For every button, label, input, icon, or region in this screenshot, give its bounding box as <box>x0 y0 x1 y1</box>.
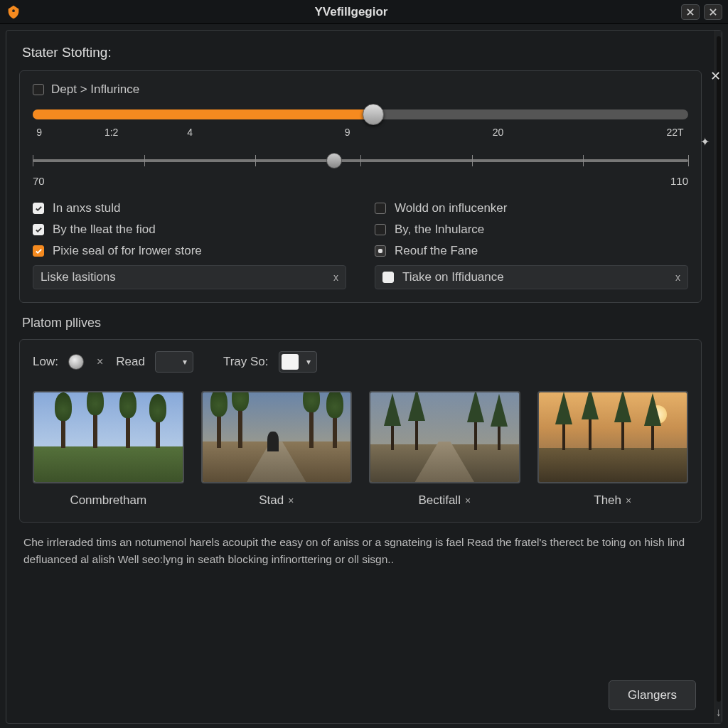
low-label: Low: <box>33 355 58 369</box>
preset-thumb-2[interactable] <box>201 391 353 483</box>
clear-icon[interactable]: x <box>675 272 680 283</box>
check-by-lleat[interactable] <box>33 224 44 235</box>
svg-point-0 <box>12 9 15 12</box>
check-inhularce[interactable] <box>375 224 386 235</box>
platom-panel: Low: × Read ▾ Tray So: ▾ <box>19 339 702 523</box>
scrollbar[interactable]: ↓ <box>714 31 722 723</box>
preset-thumb-4[interactable] <box>537 391 689 483</box>
liske-field[interactable]: Liske lasitions x <box>33 265 346 289</box>
tray-color-combo[interactable]: ▾ <box>279 351 317 373</box>
window-close-button-2[interactable] <box>704 4 722 20</box>
range-min: 70 <box>33 175 45 187</box>
app-icon <box>6 4 21 20</box>
description-text: Che irrleraded tims an notumenol harels … <box>19 523 702 568</box>
chevron-down-icon: ▾ <box>177 357 193 367</box>
window-close-button-1[interactable] <box>681 4 700 20</box>
glangers-button[interactable]: Glangers <box>609 680 696 710</box>
check-in-anxs[interactable] <box>33 203 44 214</box>
scrollbar-thumb[interactable] <box>717 36 721 702</box>
window-title: YVefilIgegior <box>21 5 681 19</box>
check-tiake[interactable] <box>382 272 394 283</box>
read-label: Read <box>116 355 145 369</box>
tray-label: Tray So: <box>223 355 269 369</box>
range-slider[interactable] <box>33 154 688 168</box>
tiake-field[interactable]: Tiake on Iffiduance x <box>375 265 688 289</box>
range-max: 110 <box>670 175 688 187</box>
scroll-down-icon[interactable]: ↓ <box>716 705 722 720</box>
section-heading-platom: Platom pllives <box>19 303 702 339</box>
low-radio[interactable] <box>68 354 84 370</box>
dept-checkbox[interactable] <box>33 84 44 95</box>
starter-panel: ✕ Dept > Influrince ✦ 9 1:2 4 9 20 22T <box>19 70 702 303</box>
check-reouf[interactable] <box>375 245 386 257</box>
x-icon: × <box>97 355 103 368</box>
panel-close-icon[interactable]: ✕ <box>710 68 721 84</box>
dept-label: Dept > Influrince <box>51 82 139 97</box>
title-bar: YVefilIgegior <box>0 0 728 24</box>
influence-slider[interactable]: ✦ 9 1:2 4 9 20 22T <box>33 109 688 144</box>
read-color-combo[interactable]: ▾ <box>155 351 193 373</box>
preset-thumb-3[interactable] <box>369 391 520 483</box>
spark-icon: ✦ <box>700 135 710 149</box>
check-pixie[interactable] <box>33 245 44 257</box>
preset-thumb-1[interactable] <box>33 391 184 483</box>
check-woldd[interactable] <box>375 203 386 214</box>
chevron-down-icon: ▾ <box>301 357 316 367</box>
clear-icon[interactable]: x <box>333 272 338 283</box>
section-heading-starter: Stater Stofting: <box>19 41 702 70</box>
